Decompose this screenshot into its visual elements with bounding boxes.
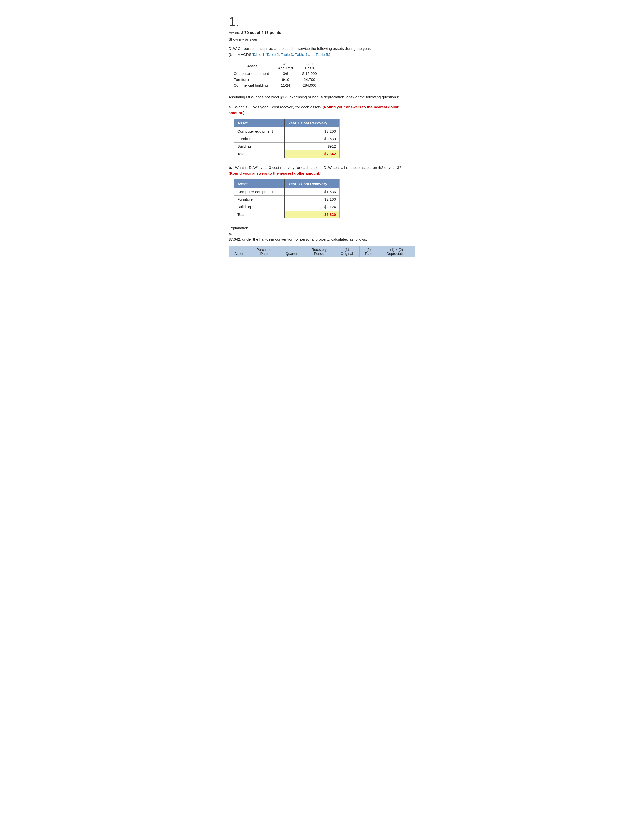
breakdown-col-rate: (2)Rate xyxy=(360,246,378,257)
breakdown-col-depreciation: (1) × (2)Depreciation xyxy=(378,246,415,257)
table3-link[interactable]: Table 3 xyxy=(281,52,293,56)
asset-date-1: 3/6 xyxy=(277,71,301,77)
explanation-text: $7,642, under the half-year convention f… xyxy=(229,236,415,242)
question-a-label: a. xyxy=(229,105,232,109)
asset-cost-1: $ 16,000 xyxy=(301,71,324,77)
total-row-a: Total $7,642 xyxy=(234,150,340,158)
question-number: 1. xyxy=(229,15,415,28)
asset-a2-name: Furniture xyxy=(234,135,285,143)
asset-b3-value: $2,124 xyxy=(285,203,340,211)
breakdown-col-recovery: RecoveryPeriod xyxy=(304,246,334,257)
total-a-value: $7,642 xyxy=(285,150,340,158)
explanation-sub: a. xyxy=(229,231,415,235)
asset-name-3: Commercial building xyxy=(233,82,277,88)
question-a-text: a. What is DLW's year 1 cost recovery fo… xyxy=(229,104,415,116)
asset-cost-3: 284,000 xyxy=(301,82,324,88)
question-a-answer-table: Asset Year 1 Cost Recovery Computer equi… xyxy=(233,119,340,158)
asset-a3-value: $912 xyxy=(285,143,340,150)
table-row: Computer equipment $1,536 xyxy=(234,188,340,196)
section-text: Assuming DLW does not elect §179 expensi… xyxy=(229,94,415,100)
asset-date-3: 11/24 xyxy=(277,82,301,88)
table5-link[interactable]: Table 5 xyxy=(316,52,328,56)
question-b-answer-table: Asset Year 3 Cost Recovery Computer equi… xyxy=(233,179,340,218)
asset-name-2: Furniture xyxy=(233,77,277,82)
answer-b-col1-header: Asset xyxy=(234,180,285,188)
intro-paragraph: DLW Corporation acquired and placed in s… xyxy=(229,46,415,57)
table1-link[interactable]: Table 1 xyxy=(252,52,264,56)
explanation-label: Explanation: xyxy=(229,226,415,230)
breakdown-col-purchase: PurchaseDate xyxy=(249,246,279,257)
asset-cost-2: 24,700 xyxy=(301,77,324,82)
total-row-b: Total $5,820 xyxy=(234,211,340,218)
table-row: Furniture 6/10 24,700 xyxy=(233,77,325,82)
asset-b2-name: Furniture xyxy=(234,196,285,203)
table2-link[interactable]: Table 2 xyxy=(266,52,279,56)
asset-name-1: Computer equipment xyxy=(233,71,277,77)
table-row: Furniture $3,530 xyxy=(234,135,340,143)
table-row: Building $2,124 xyxy=(234,203,340,211)
table-row: Building $912 xyxy=(234,143,340,150)
total-a-label: Total xyxy=(234,150,285,158)
breakdown-col-asset: Asset xyxy=(229,246,249,257)
answer-a-col1-header: Asset xyxy=(234,119,285,127)
intro-line2: (Use MACRS Table 1, Table 2, Table 3, Ta… xyxy=(229,52,330,56)
asset-info-table: Asset DateAcquired CostBasis Computer eq… xyxy=(233,61,325,88)
breakdown-col-quarter: Quarter xyxy=(279,246,304,257)
answer-b-col2-header: Year 3 Cost Recovery xyxy=(285,180,340,188)
asset-b1-name: Computer equipment xyxy=(234,188,285,196)
asset-a1-value: $3,200 xyxy=(285,127,340,135)
breakdown-table: Asset PurchaseDate Quarter RecoveryPerio… xyxy=(229,246,415,257)
col-asset-header: Asset xyxy=(233,61,277,71)
col-cost-header: CostBasis xyxy=(301,61,324,71)
asset-a1-name: Computer equipment xyxy=(234,127,285,135)
table-row: Commercial building 11/24 284,000 xyxy=(233,82,325,88)
total-b-label: Total xyxy=(234,211,285,218)
breakdown-col-original: (1)Original xyxy=(334,246,360,257)
asset-b2-value: $2,160 xyxy=(285,196,340,203)
asset-b1-value: $1,536 xyxy=(285,188,340,196)
total-b-value: $5,820 xyxy=(285,211,340,218)
answer-a-col2-header: Year 1 Cost Recovery xyxy=(285,119,340,127)
question-b-text: b. What is DLW's year 3 cost recovery fo… xyxy=(229,165,415,176)
col-date-header: DateAcquired xyxy=(277,61,301,71)
table-row: Computer equipment 3/6 $ 16,000 xyxy=(233,71,325,77)
explanation-section: Explanation: a. $7,642, under the half-y… xyxy=(229,226,415,257)
show-answer-link[interactable]: Show my answer xyxy=(229,37,415,42)
award-text: Award: 2.79 out of 4.16 points xyxy=(229,30,415,35)
table-row: Furniture $2,160 xyxy=(234,196,340,203)
asset-b3-name: Building xyxy=(234,203,285,211)
table4-link[interactable]: Table 4 xyxy=(295,52,307,56)
question-a-container: a. What is DLW's year 1 cost recovery fo… xyxy=(229,104,415,158)
table-row: Computer equipment $3,200 xyxy=(234,127,340,135)
question-b-label: b. xyxy=(229,165,232,170)
question-b-container: b. What is DLW's year 3 cost recovery fo… xyxy=(229,165,415,218)
asset-a2-value: $3,530 xyxy=(285,135,340,143)
question-b-red: (Round your answers to the nearest dolla… xyxy=(229,171,322,175)
asset-date-2: 6/10 xyxy=(277,77,301,82)
asset-a3-name: Building xyxy=(234,143,285,150)
